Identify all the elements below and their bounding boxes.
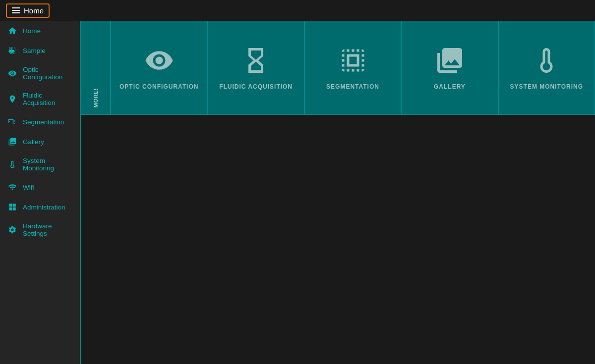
administration-icon	[8, 203, 18, 211]
gallery-icon	[8, 137, 18, 146]
hardware-icon	[8, 225, 18, 234]
segmentation-icon	[8, 117, 18, 126]
tile-partial-label: MORE!	[93, 88, 99, 107]
sidebar-item-fluidic-label: Fluidic Acquisition	[23, 92, 72, 106]
sidebar-item-segmentation[interactable]: Segmentation	[0, 112, 80, 132]
home-button-label: Home	[24, 6, 44, 15]
sidebar-item-segmentation-label: Segmentation	[23, 118, 64, 126]
tile-segmentation-icon	[338, 46, 368, 75]
tile-segmentation-label: SEGMENTATION	[326, 83, 379, 90]
tile-fluidic-acquisition[interactable]: FLUIDIC ACQUISITION	[207, 21, 304, 115]
tile-partial[interactable]: MORE!	[81, 21, 111, 115]
sidebar-item-wifi-label: Wifi	[23, 184, 34, 191]
sidebar: Home Sample Optic Configuration	[0, 21, 81, 364]
home-icon	[8, 26, 18, 35]
content-area: MORE! OPTIC CONFIGURATION FLUIDIC	[81, 21, 595, 364]
fluidic-icon	[8, 95, 18, 104]
sidebar-item-gallery-label: Gallery	[23, 138, 44, 146]
tile-optic-label: OPTIC CONFIGURATION	[119, 83, 198, 90]
tile-segmentation[interactable]: SEGMENTATION	[304, 21, 401, 115]
sidebar-item-sample-label: Sample	[23, 47, 46, 54]
sidebar-item-gallery[interactable]: Gallery	[0, 132, 80, 152]
tile-fluidic-label: FLUIDIC ACQUISITION	[219, 83, 293, 90]
sidebar-item-hardware-settings[interactable]: Hardware Settings	[0, 217, 80, 243]
sidebar-item-fluidic-acquisition[interactable]: Fluidic Acquisition	[0, 86, 80, 112]
tile-optic-icon	[144, 46, 174, 75]
system-monitoring-icon	[8, 160, 18, 169]
sidebar-item-system-monitoring[interactable]: System Monitoring	[0, 152, 80, 177]
sidebar-item-system-monitoring-label: System Monitoring	[23, 157, 72, 172]
optic-icon	[8, 69, 18, 78]
sidebar-item-optic-label: Optic Configuration	[23, 66, 72, 81]
sidebar-item-optic-configuration[interactable]: Optic Configuration	[0, 60, 80, 86]
sidebar-item-hardware-settings-label: Hardware Settings	[23, 222, 72, 237]
sidebar-item-home[interactable]: Home	[0, 21, 80, 41]
tile-optic-configuration[interactable]: OPTIC CONFIGURATION	[111, 21, 207, 115]
sidebar-item-administration[interactable]: Administration	[0, 197, 80, 217]
main-layout: Home Sample Optic Configuration	[0, 21, 595, 364]
header: Home	[0, 0, 595, 21]
tile-gallery-label: GALLERY	[434, 83, 466, 90]
tile-gallery[interactable]: GALLERY	[401, 21, 498, 115]
wifi-icon	[8, 183, 18, 192]
sidebar-item-sample[interactable]: Sample	[0, 41, 80, 60]
tiles-row: MORE! OPTIC CONFIGURATION FLUIDIC	[81, 21, 595, 115]
sample-icon	[8, 46, 18, 55]
tile-gallery-icon	[435, 46, 465, 75]
tile-system-monitoring-icon	[532, 46, 561, 75]
tile-system-monitoring[interactable]: SYSTEM MONITORING	[498, 21, 595, 115]
tile-fluidic-icon	[241, 46, 271, 75]
tile-system-monitoring-label: SYSTEM MONITORING	[510, 83, 583, 90]
sidebar-item-home-label: Home	[23, 27, 41, 35]
sidebar-item-wifi[interactable]: Wifi	[0, 177, 80, 197]
sidebar-item-administration-label: Administration	[23, 204, 65, 211]
home-menu-button[interactable]: Home	[6, 3, 50, 18]
hamburger-icon	[12, 7, 20, 13]
